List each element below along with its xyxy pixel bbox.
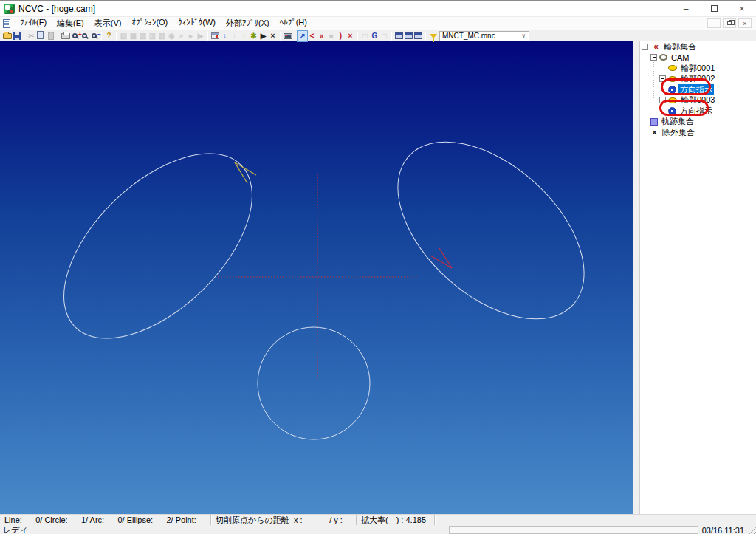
run-icon: ▶ [261,32,267,40]
tree-item-label[interactable]: 方向指示 [678,84,714,95]
cut-icon: ✂ [28,32,34,40]
minimize-button[interactable]: – [672,1,700,16]
pan-hand-button[interactable]: ◉ [167,31,176,41]
properties-button[interactable] [210,31,220,41]
tree-item-方向指示-6[interactable]: 方向指示 [640,106,756,117]
filter-funnel-button[interactable] [428,31,438,41]
tree-expander-icon[interactable] [642,44,648,50]
paste-button[interactable] [46,31,55,41]
copy-button[interactable] [36,31,46,41]
sim-button-1[interactable]: ▤ [119,31,128,41]
sim-button-4[interactable]: ▥ [148,31,157,41]
maximize-button[interactable] [700,1,728,16]
menu-item-2[interactable]: 編集(E) [52,16,89,30]
mdi-close-button[interactable]: × [738,18,752,28]
save-file-button[interactable] [12,31,21,41]
tree-item-label[interactable]: 輪郭0003 [679,95,716,106]
extra-button-2[interactable]: □ [379,31,389,41]
tree-item-輪郭0001-2[interactable]: 輪郭0001 [640,63,756,74]
menu-item-4[interactable]: ｵﾌﾟｼｮﾝ(O) [126,16,173,30]
tree-item-除外集合-8[interactable]: ×除外集合 [640,127,756,138]
tree-item-label[interactable]: 方向指示 [678,106,714,117]
pan-hand-icon: ◉ [168,32,175,40]
document-icon[interactable] [3,19,10,28]
direction-back-all-button[interactable]: « [317,31,326,41]
sim-button-5[interactable]: ▨ [157,31,167,41]
tree-item-label[interactable]: 輪郭0002 [679,73,716,84]
panel-splitter[interactable] [633,41,639,514]
direction-icon [668,86,676,94]
print-button[interactable] [61,31,70,41]
zoom-window-button[interactable] [80,31,89,41]
run-button[interactable]: ▶ [258,31,268,41]
datetime: 03/16 11:31 [698,526,746,534]
excludeset-icon: × [650,128,659,137]
tree-expander-icon[interactable] [650,54,657,61]
nc-output-button[interactable]: ↓ [220,31,230,41]
direction-delete-button[interactable]: × [346,31,355,41]
open-file-button[interactable] [2,31,12,41]
extra-icon-2: □ [382,32,386,40]
extra-button-1[interactable]: □ [360,31,370,41]
window-tile-button[interactable] [404,31,413,41]
step-forward-button[interactable]: » [176,31,186,41]
tree-item-輪郭集合-0[interactable]: «輪郭集合 [640,41,756,52]
nc-input-button[interactable]: ↓ [230,31,239,41]
gcode-button[interactable]: G [370,31,379,41]
tree-item-label[interactable]: 除外集合 [661,127,696,138]
menu-item-3[interactable]: 表示(V) [89,16,127,30]
window-arrange-icon [414,32,422,39]
fast-forward-button[interactable]: ▸ [186,31,196,41]
abort-icon: × [271,32,275,40]
direction-arc-button[interactable]: ) [336,31,346,41]
copy-icon [38,32,44,39]
toolbar-separator [207,32,208,41]
play-button[interactable]: ▶ [196,31,205,41]
zoom-in-button[interactable] [70,31,80,41]
tree-item-label[interactable]: 輪郭集合 [662,41,698,52]
print-icon [61,33,70,39]
cam-icon [659,54,667,61]
zoom-out-button[interactable] [89,31,99,41]
tree-item-label[interactable]: 輪郭0001 [679,63,716,74]
menu-item-7[interactable]: ﾍﾙﾌﾟ(H) [275,16,312,30]
drawing-canvas[interactable] [0,41,633,514]
monitor-icon [284,33,292,39]
cut-button[interactable]: ✂ [27,31,36,41]
tree-expander-icon[interactable] [659,75,666,82]
toolbar-separator [391,32,392,41]
status-bar-main: レディ 03/16 11:31 [0,525,756,534]
tree-item-軌跡集合-7[interactable]: 軌跡集合 [640,117,756,128]
trace-mode-button[interactable]: ↗ [298,31,307,41]
sim-button-3[interactable]: ▧ [138,31,148,41]
window-cascade-button[interactable] [394,31,404,41]
mdi-minimize-button[interactable]: – [707,18,721,28]
tree-item-label[interactable]: 軌跡集合 [660,116,695,127]
menu-item-5[interactable]: ｳｨﾝﾄﾞｳ(W) [173,16,221,30]
abort-button[interactable]: × [268,31,278,41]
machine-file-combo[interactable]: MNCT_MC.mnc ∨ [439,31,529,41]
direction-back-button[interactable]: < [307,31,317,41]
cad-viewport[interactable] [0,41,633,514]
menu-item-1[interactable]: ﾌｧｲﾙ(F) [15,16,52,30]
tree-item-CAM-1[interactable]: CAM [640,52,756,64]
nc-generate-button[interactable]: ✱ [249,31,258,41]
help-button[interactable]: ? [104,31,114,41]
tree-expander-icon[interactable] [659,97,666,103]
tree-item-label[interactable]: CAM [670,53,690,62]
direction-stop-button[interactable]: ■ [326,31,336,41]
tree-item-輪郭0003-5[interactable]: 輪郭0003 [640,95,756,106]
resize-grip[interactable] [746,525,756,534]
monitor-button[interactable] [283,31,292,41]
sim-button-2[interactable]: ▦ [128,31,138,41]
nc-upload-button[interactable]: ↑ [239,31,249,41]
window-cascade-icon [395,32,403,39]
cut-origin-distance: 切削原点からの距離 x : / y : [210,515,356,525]
tree-item-方向指示-4[interactable]: 方向指示 [640,84,756,95]
mdi-restore-button[interactable] [723,18,736,28]
tree-item-輪郭0002-3[interactable]: 輪郭0002 [640,74,756,85]
window-arrange-button[interactable] [413,31,423,41]
close-button[interactable]: × [728,1,756,16]
nc-input-icon: ↓ [233,32,236,40]
menu-item-6[interactable]: 外部ｱﾌﾟﾘ(X) [221,16,275,30]
